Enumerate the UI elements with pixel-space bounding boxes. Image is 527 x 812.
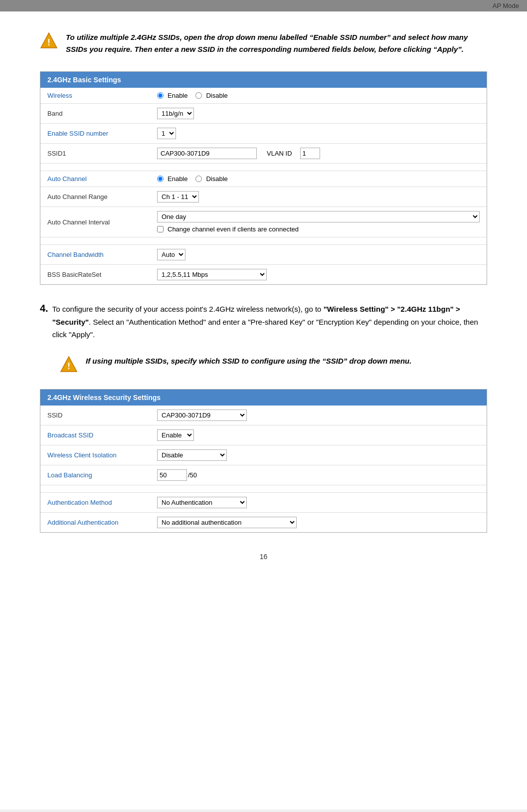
row-value: Enable Disable bbox=[150, 88, 487, 104]
page-header: AP Mode bbox=[0, 0, 527, 11]
channel-interval-checkbox[interactable] bbox=[157, 226, 164, 232]
row-value: 1,2,5.5,11 Mbps bbox=[150, 265, 487, 285]
table-row: Wireless Enable Disable bbox=[40, 88, 487, 104]
channel-interval-select[interactable]: One day bbox=[157, 211, 480, 222]
table-row: Authentication Method No Authentication … bbox=[40, 492, 487, 512]
auto-channel-enable-radio[interactable] bbox=[157, 176, 164, 182]
row-value: No Authentication WPA WPA2 bbox=[150, 492, 487, 512]
row-label: Auto Channel bbox=[40, 171, 150, 187]
row-value: Ch 1 - 11 bbox=[150, 187, 487, 207]
page-number: 16 bbox=[40, 553, 487, 561]
warning-block-2: ! If using multiple SSIDs, specify which… bbox=[60, 355, 487, 375]
load-balancing-group: /50 bbox=[157, 469, 480, 481]
step-4-text: To configure the security of your access… bbox=[52, 303, 487, 341]
svg-text:!: ! bbox=[47, 37, 50, 47]
basic-settings-header: 2.4GHz Basic Settings bbox=[40, 72, 487, 88]
row-gap bbox=[40, 485, 487, 492]
bss-basicrateset-select[interactable]: 1,2,5.5,11 Mbps bbox=[157, 269, 267, 280]
vlan-id-input[interactable] bbox=[300, 148, 320, 159]
row-value: 11b/g/n bbox=[150, 104, 487, 124]
table-row: Load Balancing /50 bbox=[40, 465, 487, 485]
security-settings-header: 2.4GHz Wireless Security Settings bbox=[40, 390, 487, 406]
broadcast-ssid-select[interactable]: Enable Disable bbox=[157, 429, 194, 441]
load-balancing-suffix: /50 bbox=[188, 471, 197, 479]
row-value: CAP300-3071D9 bbox=[150, 406, 487, 425]
auto-channel-enable-option: Enable bbox=[157, 175, 187, 183]
row-label: Auto Channel Range bbox=[40, 187, 150, 207]
channel-range-select[interactable]: Ch 1 - 11 bbox=[157, 191, 199, 203]
auto-channel-disable-radio[interactable] bbox=[195, 176, 202, 182]
load-balancing-input[interactable] bbox=[157, 469, 187, 481]
ssid-number-select[interactable]: 1 bbox=[157, 128, 176, 139]
step-4-header: 4. To configure the security of your acc… bbox=[40, 303, 487, 341]
security-settings-table-wrapper: 2.4GHz Wireless Security Settings SSID C… bbox=[40, 389, 487, 533]
row-label: SSID1 bbox=[40, 144, 150, 164]
ssid1-row: VLAN ID bbox=[157, 148, 480, 159]
additional-auth-select[interactable]: No additional authentication bbox=[157, 517, 297, 528]
row-label: Wireless bbox=[40, 88, 150, 104]
row-gap bbox=[40, 164, 487, 171]
row-label: Channel Bandwidth bbox=[40, 245, 150, 265]
warning-block-1: ! To utilize multiple 2.4GHz SSIDs, open… bbox=[40, 31, 487, 55]
table-row: SSID CAP300-3071D9 bbox=[40, 406, 487, 425]
row-value: Disable Enable bbox=[150, 445, 487, 465]
header-title: AP Mode bbox=[493, 2, 519, 9]
step-4-block: 4. To configure the security of your acc… bbox=[40, 303, 487, 341]
client-isolation-select[interactable]: Disable Enable bbox=[157, 449, 227, 461]
wireless-radio-group: Enable Disable bbox=[157, 92, 480, 99]
warning-icon-1: ! bbox=[40, 31, 58, 51]
table-row: SSID1 VLAN ID bbox=[40, 144, 487, 164]
warning-icon-2: ! bbox=[60, 355, 78, 375]
table-row: Wireless Client Isolation Disable Enable bbox=[40, 445, 487, 465]
wireless-disable-radio[interactable] bbox=[195, 92, 202, 99]
row-value: Auto bbox=[150, 245, 487, 265]
row-label: Authentication Method bbox=[40, 492, 150, 512]
row-value: VLAN ID bbox=[150, 144, 487, 164]
channel-interval-checkbox-label: Change channel even if clients are conne… bbox=[157, 225, 480, 233]
table-row: Broadcast SSID Enable Disable bbox=[40, 425, 487, 445]
ssid1-input[interactable] bbox=[157, 148, 257, 159]
table-row: Auto Channel Enable Disable bbox=[40, 171, 487, 187]
row-label: SSID bbox=[40, 406, 150, 425]
table-row: BSS BasicRateSet 1,2,5.5,11 Mbps bbox=[40, 265, 487, 285]
auto-channel-radio-group: Enable Disable bbox=[157, 175, 480, 183]
auth-method-select[interactable]: No Authentication WPA WPA2 bbox=[157, 497, 247, 508]
basic-settings-table: Wireless Enable Disable bbox=[40, 88, 487, 284]
row-label: Wireless Client Isolation bbox=[40, 445, 150, 465]
row-value: Enable Disable bbox=[150, 171, 487, 187]
row-value: No additional authentication bbox=[150, 512, 487, 532]
wireless-enable-radio[interactable] bbox=[157, 92, 164, 99]
row-value: One day Change channel even if clients a… bbox=[150, 207, 487, 237]
basic-settings-table-wrapper: 2.4GHz Basic Settings Wireless Enable bbox=[40, 71, 487, 285]
row-label: Enable SSID number bbox=[40, 124, 150, 144]
row-value: 1 bbox=[150, 124, 487, 144]
warning-text-2: If using multiple SSIDs, specify which S… bbox=[86, 355, 411, 367]
row-value: Enable Disable bbox=[150, 425, 487, 445]
row-value: /50 bbox=[150, 465, 487, 485]
table-row: Channel Bandwidth Auto bbox=[40, 245, 487, 265]
table-row: Band 11b/g/n bbox=[40, 104, 487, 124]
security-settings-table: SSID CAP300-3071D9 Broadcast SSID Enable… bbox=[40, 406, 487, 532]
auto-channel-disable-option: Disable bbox=[195, 175, 227, 183]
row-label: Band bbox=[40, 104, 150, 124]
wireless-disable-option: Disable bbox=[195, 92, 227, 99]
row-gap bbox=[40, 237, 487, 245]
row-label: Load Balancing bbox=[40, 465, 150, 485]
step-4-number: 4. bbox=[40, 303, 48, 314]
table-row: Auto Channel Range Ch 1 - 11 bbox=[40, 187, 487, 207]
channel-bandwidth-select[interactable]: Auto bbox=[157, 249, 185, 260]
page-content: ! To utilize multiple 2.4GHz SSIDs, open… bbox=[0, 11, 527, 810]
table-row: Enable SSID number 1 bbox=[40, 124, 487, 144]
ssid-select[interactable]: CAP300-3071D9 bbox=[157, 409, 247, 421]
row-label: BSS BasicRateSet bbox=[40, 265, 150, 285]
row-label: Broadcast SSID bbox=[40, 425, 150, 445]
wireless-enable-option: Enable bbox=[157, 92, 187, 99]
row-label: Additional Authentication bbox=[40, 512, 150, 532]
svg-text:!: ! bbox=[67, 361, 70, 371]
table-row: Auto Channel Interval One day Change cha… bbox=[40, 207, 487, 237]
band-select[interactable]: 11b/g/n bbox=[157, 108, 194, 119]
row-label: Auto Channel Interval bbox=[40, 207, 150, 237]
warning-text-1: To utilize multiple 2.4GHz SSIDs, open t… bbox=[66, 31, 487, 55]
table-row: Additional Authentication No additional … bbox=[40, 512, 487, 532]
channel-interval-group: One day Change channel even if clients a… bbox=[157, 211, 480, 233]
